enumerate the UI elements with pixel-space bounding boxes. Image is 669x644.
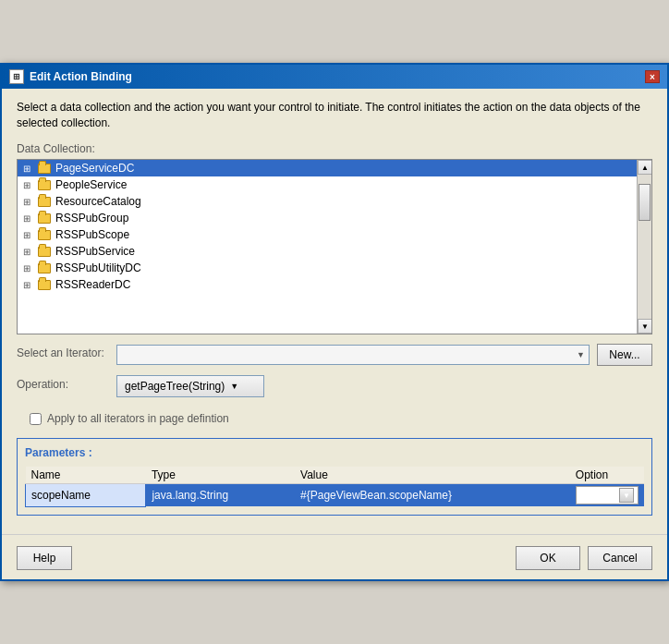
folder-icon xyxy=(37,212,52,225)
tree-item-RSSPubUtilityDC[interactable]: ⊞RSSPubUtilityDC xyxy=(18,260,637,276)
param-option[interactable]: ▼ xyxy=(570,484,644,507)
scroll-thumb[interactable] xyxy=(639,184,651,221)
footer-right: OK Cancel xyxy=(516,546,652,570)
params-header-row: Name Type Value Option xyxy=(26,467,645,484)
folder-icon xyxy=(37,162,52,175)
param-type: java.lang.String xyxy=(146,484,295,507)
parameters-title: Parameters : xyxy=(25,446,644,459)
param-name: scopeName xyxy=(26,484,146,507)
tree-item-RSSPubService[interactable]: ⊞RSSPubService xyxy=(18,243,637,260)
iterator-arrow-icon: ▼ xyxy=(577,350,585,359)
iterator-label: Select an Iterator: xyxy=(17,346,109,359)
tree-item-PeopleService[interactable]: ⊞PeopleService xyxy=(18,176,637,193)
dialog-icon: ⊞ xyxy=(9,69,24,84)
title-bar-left: ⊞ Edit Action Binding xyxy=(9,69,132,84)
expand-icon: ⊞ xyxy=(23,247,34,257)
tree-item-label: RSSPubUtilityDC xyxy=(55,261,141,274)
option-dropdown[interactable]: ▼ xyxy=(576,486,639,504)
iterator-row: Select an Iterator: ▼ New... xyxy=(17,344,652,366)
expand-icon: ⊞ xyxy=(23,280,34,290)
tree-items: ⊞PageServiceDC⊞PeopleService⊞ResourceCat… xyxy=(18,160,651,293)
params-header: Name Type Value Option xyxy=(26,467,645,484)
parameters-section: Parameters : Name Type Value Option scop… xyxy=(17,438,652,516)
tree-item-RSSPubGroup[interactable]: ⊞RSSPubGroup xyxy=(18,210,637,226)
tree-item-ResourceCatalog[interactable]: ⊞ResourceCatalog xyxy=(18,193,637,210)
ok-button[interactable]: OK xyxy=(516,546,580,570)
tree-item-RSSPubScope[interactable]: ⊞RSSPubScope xyxy=(18,226,637,243)
operation-arrow-icon: ▼ xyxy=(230,382,238,391)
tree-item-label: ResourceCatalog xyxy=(55,195,141,208)
params-row-0[interactable]: scopeNamejava.lang.String#{PageViewBean.… xyxy=(26,484,645,507)
cancel-button[interactable]: Cancel xyxy=(588,546,652,570)
tree-item-label: RSSPubScope xyxy=(55,228,129,241)
tree-item-label: RSSPubService xyxy=(55,245,135,258)
folder-icon xyxy=(37,261,52,274)
checkbox-label: Apply to all iterators in page defintion xyxy=(47,412,229,425)
tree-item-label: RSSReaderDC xyxy=(55,278,130,291)
parameters-table: Name Type Value Option scopeNamejava.lan… xyxy=(25,467,644,507)
data-collection-tree[interactable]: ⊞PageServiceDC⊞PeopleService⊞ResourceCat… xyxy=(17,159,652,334)
tree-item-PageServiceDC[interactable]: ⊞PageServiceDC xyxy=(18,160,637,176)
operation-row: Operation: getPageTree(String) ▼ xyxy=(17,375,652,397)
tree-item-label: PeopleService xyxy=(55,178,127,191)
param-value: #{PageViewBean.scopeName} xyxy=(295,484,570,507)
new-button[interactable]: New... xyxy=(597,344,652,366)
tree-item-RSSReaderDC[interactable]: ⊞RSSReaderDC xyxy=(18,276,637,293)
col-option: Option xyxy=(570,467,644,484)
col-name: Name xyxy=(26,467,146,484)
expand-icon: ⊞ xyxy=(23,230,34,240)
folder-icon xyxy=(37,195,52,208)
dialog-body: Select a data collection and the action … xyxy=(2,89,667,526)
tree-scrollbar[interactable]: ▲ ▼ xyxy=(637,160,651,334)
scroll-track xyxy=(638,175,651,319)
expand-icon: ⊞ xyxy=(23,164,34,174)
dialog-title: Edit Action Binding xyxy=(30,70,132,83)
tree-item-label: PageServiceDC xyxy=(55,162,134,175)
folder-icon xyxy=(37,245,52,258)
apply-all-checkbox[interactable] xyxy=(30,413,42,425)
folder-icon xyxy=(37,178,52,191)
params-body: scopeNamejava.lang.String#{PageViewBean.… xyxy=(26,484,645,507)
tree-item-label: RSSPubGroup xyxy=(55,212,128,225)
folder-icon xyxy=(37,278,52,291)
edit-action-binding-dialog: ⊞ Edit Action Binding × Select a data co… xyxy=(0,63,669,580)
title-bar: ⊞ Edit Action Binding × xyxy=(2,65,667,89)
close-button[interactable]: × xyxy=(645,70,660,83)
help-button[interactable]: Help xyxy=(17,546,72,570)
operation-dropdown[interactable]: getPageTree(String) ▼ xyxy=(116,375,264,397)
option-dropdown-arrow-icon: ▼ xyxy=(619,488,634,503)
footer: Help OK Cancel xyxy=(2,534,667,579)
expand-icon: ⊞ xyxy=(23,197,34,207)
expand-icon: ⊞ xyxy=(23,180,34,190)
col-type: Type xyxy=(146,467,295,484)
data-collection-label: Data Collection: xyxy=(17,142,652,155)
col-value: Value xyxy=(295,467,570,484)
description-text: Select a data collection and the action … xyxy=(17,100,652,131)
expand-icon: ⊞ xyxy=(23,213,34,224)
operation-value: getPageTree(String) xyxy=(125,380,225,393)
operation-label: Operation: xyxy=(17,378,109,391)
scroll-up-arrow[interactable]: ▲ xyxy=(638,160,652,175)
checkbox-row: Apply to all iterators in page defintion xyxy=(30,412,652,425)
iterator-combo[interactable]: ▼ xyxy=(116,345,590,365)
expand-icon: ⊞ xyxy=(23,263,34,273)
scroll-down-arrow[interactable]: ▼ xyxy=(638,319,652,334)
folder-icon xyxy=(37,228,52,241)
